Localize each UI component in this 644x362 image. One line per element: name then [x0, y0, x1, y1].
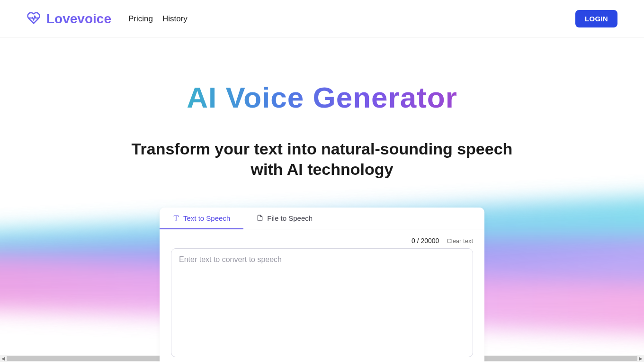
text-input[interactable] [171, 248, 473, 357]
char-counter: 0 / 20000 [411, 237, 439, 244]
tab-text-to-speech[interactable]: Text to Speech [160, 208, 243, 229]
header: Lovevoice Pricing History LOGIN [0, 0, 644, 38]
main: AI Voice Generator Transform your text i… [0, 38, 644, 362]
clear-text-button[interactable]: Clear text [447, 237, 473, 244]
brand[interactable]: Lovevoice [27, 11, 111, 27]
card-top-row: 0 / 20000 Clear text [171, 237, 473, 244]
tab-file-to-speech[interactable]: File to Speech [243, 208, 326, 229]
file-icon [257, 215, 263, 222]
page-subtitle: Transform your text into natural-soundin… [128, 139, 516, 179]
header-left: Lovevoice Pricing History [27, 11, 188, 27]
card-body: 0 / 20000 Clear text [160, 229, 484, 362]
brand-name: Lovevoice [46, 11, 111, 27]
tabs: Text to Speech File to Speech [160, 208, 484, 229]
heart-pulse-icon [27, 11, 41, 27]
nav-pricing[interactable]: Pricing [128, 14, 153, 24]
text-icon [173, 215, 179, 222]
tab-label: Text to Speech [183, 214, 230, 222]
page-title: AI Voice Generator [187, 81, 457, 114]
login-button[interactable]: LOGIN [575, 10, 617, 27]
convert-card: Text to Speech File to Speech 0 / 20000 … [160, 208, 484, 362]
nav-history[interactable]: History [162, 14, 188, 24]
tab-label: File to Speech [267, 214, 313, 222]
nav-links: Pricing History [128, 14, 188, 24]
